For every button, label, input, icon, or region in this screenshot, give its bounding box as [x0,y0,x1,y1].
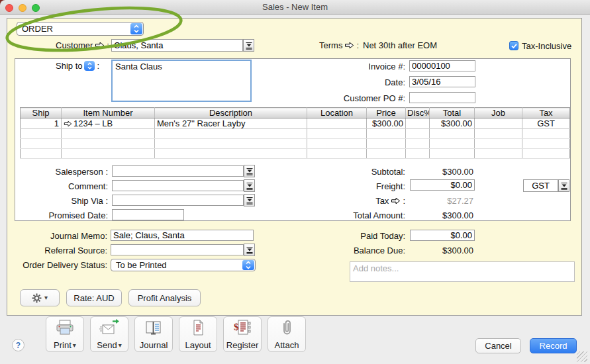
date-input[interactable] [409,76,475,87]
line-items-table[interactable]: Ship Item Number Description Location Pr… [20,107,570,159]
send-button[interactable]: Send▾ [90,316,128,352]
col-job: Job [475,108,522,118]
referral-source-label: Referral Source: [13,246,107,255]
cell-description[interactable]: Men's 27" Racer Layby [155,118,307,129]
table-row[interactable] [21,139,570,149]
cell-location[interactable] [307,118,367,129]
gear-icon [32,293,42,303]
record-button[interactable]: Record [530,338,577,353]
customer-po-input[interactable] [409,92,475,103]
rate-button[interactable]: Rate: AUD [66,289,122,306]
ship-to-address[interactable]: Santa Claus [111,60,252,102]
ship-via-label: Ship Via : [26,196,108,206]
select-stepper-icon [130,23,142,34]
col-ship: Ship [21,108,62,118]
ship-to-stepper[interactable] [84,61,95,71]
tax-inclusive-checkbox[interactable] [509,41,518,50]
attach-button[interactable]: Attach [268,316,306,352]
cell-item-number[interactable]: 1234 – LB [62,118,155,129]
delivery-status-value: To be Printed [116,260,167,270]
customer-label: Customer [56,40,93,50]
promised-date-input[interactable] [112,209,184,220]
send-envelope-icon [99,319,119,338]
col-total: Total [430,108,475,118]
comment-list-button[interactable] [244,179,255,192]
salesperson-list-button[interactable] [244,165,255,177]
cell-price[interactable]: $300.00 [367,118,406,129]
customer-po-label: Customer PO #: [305,93,405,103]
help-button[interactable]: ? [12,339,25,351]
table-row[interactable] [21,129,570,139]
tax-label: Tax [375,196,389,206]
title-bar[interactable]: Sales - New Item [0,0,590,15]
col-location: Location [307,108,367,118]
freight-tax-list-button[interactable] [558,179,569,192]
journal-button[interactable]: Journal [134,316,173,352]
journal-memo-input[interactable] [111,230,254,241]
svg-text:$: $ [234,322,239,332]
register-button[interactable]: $ Register [223,316,262,352]
cell-total[interactable]: $300.00 [430,118,475,129]
table-row[interactable]: 1 1234 – LB Men's 27" Racer Layby $300.0… [21,118,570,129]
list-icon [560,182,568,190]
tax-inclusive-label: Tax-Inclusive [522,41,571,51]
comment-label: Comment: [26,181,108,191]
balance-due-label: Balance Due: [311,246,405,255]
customer-list-button[interactable] [243,39,254,52]
cell-tax[interactable]: GST [522,118,570,129]
ship-via-list-button[interactable] [244,194,255,206]
print-button[interactable]: Print▾ [46,316,84,352]
col-price: Price [367,108,406,118]
referral-source-input[interactable] [111,244,244,255]
caret-down-icon: ▾ [73,341,76,350]
subtotal-label: Subtotal: [305,167,405,177]
resize-grip[interactable] [577,351,587,362]
subtotal-value: $300.00 [407,167,473,177]
table-row[interactable] [21,149,570,159]
zoom-arrow-icon[interactable] [391,197,401,205]
customer-label-row: Customer : [56,40,109,50]
check-icon [511,42,518,50]
comment-input[interactable] [112,180,244,191]
layout-button[interactable]: Layout [179,316,217,352]
invoice-no-input[interactable] [409,60,475,71]
journal-label: Journal [140,340,168,350]
table-header-row: Ship Item Number Description Location Pr… [21,108,570,118]
cancel-button[interactable]: Cancel [475,338,521,353]
delivery-status-select[interactable]: To be Printed [111,259,256,271]
referral-source-list-button[interactable] [244,244,255,256]
freight-tax-code[interactable]: GST [523,179,558,192]
zoom-arrow-icon[interactable] [64,120,72,127]
sale-type-select[interactable]: ORDER [17,22,144,36]
layout-document-icon [188,319,208,338]
col-disc: Disc% [406,108,430,118]
zoom-arrow-icon[interactable] [344,42,354,49]
settings-menu-button[interactable]: ▾ [20,289,60,306]
attach-label: Attach [275,340,299,350]
colon: : [107,40,109,50]
notes-textarea[interactable] [350,261,575,282]
profit-analysis-button[interactable]: Profit Analysis [128,289,201,306]
cell-disc[interactable] [406,118,430,129]
freight-input[interactable] [410,179,475,191]
colon: : [403,196,405,206]
list-icon [246,167,254,175]
balance-due-value: $300.00 [407,246,473,255]
caret-down-icon: ▾ [44,293,48,302]
zoom-arrow-icon[interactable] [95,42,105,49]
col-item-number: Item Number [62,108,155,118]
ship-via-input[interactable] [112,195,244,206]
paid-today-input[interactable] [410,230,475,241]
col-tax: Tax [522,108,570,118]
date-label: Date: [305,77,405,87]
cell-ship[interactable]: 1 [21,118,62,129]
list-icon [246,182,254,190]
freight-label: Freight: [305,181,405,191]
colon: : [97,61,99,71]
item-number-text: 1234 – LB [74,118,113,128]
salesperson-input[interactable] [112,165,244,177]
paid-today-label: Paid Today: [311,231,405,241]
customer-input[interactable] [111,39,243,52]
cell-job[interactable] [475,118,522,129]
select-stepper-icon [242,260,254,270]
